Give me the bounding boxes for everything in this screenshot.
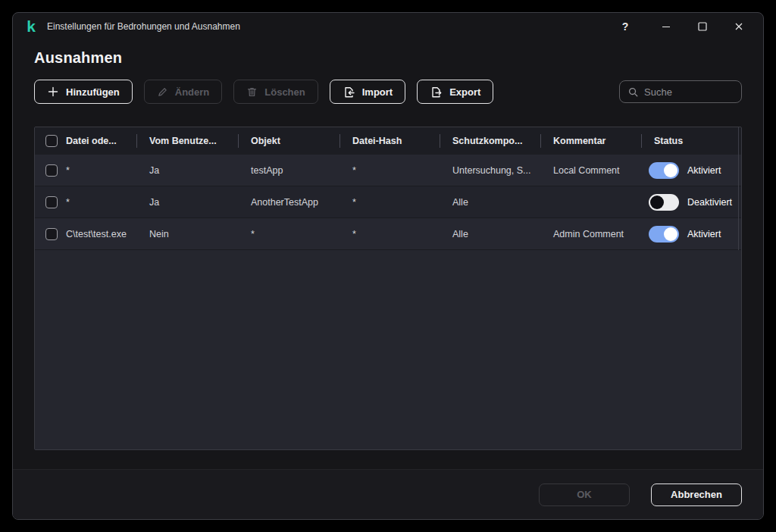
row-checkbox[interactable]: [45, 196, 58, 208]
header-protection-components: Schutzkompo...: [440, 127, 540, 155]
status-toggle[interactable]: [649, 162, 679, 179]
row-checkbox[interactable]: [45, 164, 58, 177]
main-content: Ausnahmen Hinzufügen Ändern Löschen Impo…: [13, 49, 763, 450]
toolbar: Hinzufügen Ändern Löschen Import Export: [34, 80, 742, 104]
cell-by-user: Ja: [136, 165, 238, 176]
close-icon: [733, 20, 745, 33]
header-comment: Kommentar: [540, 127, 641, 155]
select-all-checkbox[interactable]: [45, 135, 58, 147]
edit-button[interactable]: Ändern: [144, 80, 223, 104]
settings-window: k Einstellungen für Bedrohungen und Ausn…: [12, 12, 764, 520]
header-file-hash: Datei-Hash: [340, 127, 440, 155]
plus-icon: [47, 86, 59, 98]
page-title: Ausnahmen: [34, 49, 742, 67]
cell-object: AnotherTestApp: [238, 197, 340, 208]
header-object: Objekt: [238, 127, 340, 155]
add-button-label: Hinzufügen: [66, 86, 120, 98]
trash-icon: [246, 86, 258, 98]
cell-file: *: [66, 165, 70, 176]
search-input[interactable]: [644, 86, 734, 98]
status-toggle[interactable]: [649, 226, 679, 243]
table-row[interactable]: * Ja testApp * Untersuchung, S... Local …: [35, 155, 741, 186]
import-icon: [343, 86, 355, 99]
header-status: Status: [641, 127, 741, 155]
status-label: Aktiviert: [687, 229, 721, 239]
export-button-label: Export: [449, 86, 480, 98]
delete-button-label: Löschen: [264, 86, 305, 98]
add-button[interactable]: Hinzufügen: [34, 80, 133, 104]
header-file-or-folder: Datei ode...: [35, 127, 136, 155]
cell-object: *: [238, 229, 340, 239]
export-icon: [430, 86, 443, 99]
close-button[interactable]: [724, 15, 754, 38]
delete-button[interactable]: Löschen: [233, 80, 318, 104]
help-button[interactable]: ?: [610, 15, 640, 38]
export-button[interactable]: Export: [417, 80, 493, 104]
maximize-button[interactable]: [687, 15, 718, 38]
minimize-button[interactable]: [651, 15, 681, 38]
status-label: Deaktiviert: [687, 197, 732, 208]
cell-components: Alle: [440, 229, 540, 239]
cell-hash: *: [340, 229, 440, 239]
window-controls: ?: [604, 15, 754, 38]
cancel-button[interactable]: Abbrechen: [651, 483, 742, 506]
cell-comment: Admin Comment: [540, 229, 641, 239]
titlebar: k Einstellungen für Bedrohungen und Ausn…: [13, 13, 763, 40]
table-row[interactable]: * Ja AnotherTestApp * Alle Deaktiviert: [35, 186, 741, 218]
cell-file: C\test\test.exe: [66, 229, 127, 239]
kaspersky-logo-icon: k: [23, 19, 39, 34]
maximize-icon: [696, 20, 709, 33]
header-added-by-user: Vom Benutze...: [136, 127, 238, 155]
cell-comment: Local Comment: [540, 165, 641, 176]
footer: OK Abbrechen: [13, 469, 763, 519]
cell-hash: *: [340, 197, 440, 208]
pencil-icon: [157, 86, 168, 98]
cell-components: Untersuchung, S...: [440, 165, 540, 176]
ok-button[interactable]: OK: [539, 483, 630, 506]
cell-object: testApp: [238, 165, 340, 176]
import-button-label: Import: [362, 86, 393, 98]
cell-by-user: Ja: [136, 197, 238, 208]
minimize-icon: [660, 20, 672, 33]
cell-file: *: [66, 197, 70, 208]
cell-components: Alle: [440, 197, 540, 208]
row-checkbox[interactable]: [45, 228, 58, 240]
window-title: Einstellungen für Bedrohungen und Ausnah…: [47, 21, 240, 32]
import-button[interactable]: Import: [330, 80, 405, 104]
cell-by-user: Nein: [136, 229, 238, 239]
exclusions-table: Datei ode... Vom Benutze... Objekt Datei…: [34, 127, 742, 450]
edit-button-label: Ändern: [175, 86, 210, 98]
status-toggle[interactable]: [649, 194, 679, 211]
status-label: Aktiviert: [687, 165, 721, 176]
cell-hash: *: [340, 165, 440, 176]
search-icon: [627, 86, 639, 98]
table-row[interactable]: C\test\test.exe Nein * * Alle Admin Comm…: [35, 218, 741, 250]
search-box[interactable]: [619, 80, 742, 103]
table-header-row: Datei ode... Vom Benutze... Objekt Datei…: [35, 127, 741, 155]
